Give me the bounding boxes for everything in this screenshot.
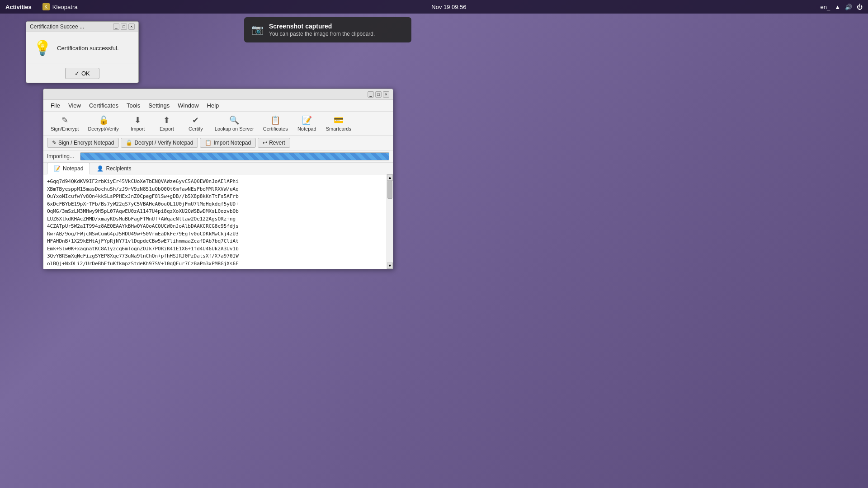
screenshot-notification: 📷 Screenshot captured You can paste the …: [244, 17, 411, 42]
app-icon: K: [42, 3, 50, 10]
kleo-menubar: File View Certificates Tools Settings Wi…: [43, 100, 393, 112]
lookup-icon: 🔍: [229, 115, 239, 125]
kleo-tabs: 📝 Notepad 👤 Recipients: [43, 163, 393, 174]
kleo-close-btn[interactable]: ×: [383, 91, 389, 98]
toolbar-sign-encrypt-label: Sign/Encrypt: [51, 126, 79, 131]
progress-bar: [80, 152, 389, 160]
toolbar-smartcards[interactable]: 💳 Smartcards: [322, 113, 355, 133]
app-name: Kleopatra: [52, 4, 78, 10]
sign-encrypt-notepad-icon: ✎: [52, 140, 57, 146]
kleo-maximize-btn[interactable]: □: [375, 91, 382, 98]
sign-encrypt-icon: ✎: [61, 115, 68, 125]
kleo-scrollbar[interactable]: ▲ ▼: [387, 174, 393, 269]
toolbar-smartcards-label: Smartcards: [326, 126, 351, 131]
toolbar-certificates[interactable]: 📋 Certificates: [259, 113, 292, 133]
cert-dialog-titlebar: Certification Succee ... _ □ ×: [26, 22, 138, 32]
kleo-content: +Gqq7d94QKdKV9IF2rbKiyEr45VkCUoXeTbENQVA…: [43, 174, 393, 269]
recipients-tab-icon: 👤: [97, 165, 104, 172]
decrypt-verify-notepad-btn[interactable]: 🔓 Decrypt / Verify Notepad: [121, 138, 198, 148]
toolbar-certify-label: Certify: [189, 126, 203, 131]
cert-dialog-ok-button[interactable]: ✓ OK: [65, 68, 99, 79]
tab-notepad[interactable]: 📝 Notepad: [47, 163, 90, 174]
cert-dialog-message: Certification successful.: [57, 45, 119, 52]
menu-window[interactable]: Window: [174, 101, 202, 110]
cert-dialog-close-btn[interactable]: ×: [128, 23, 135, 30]
toolbar-notepad-label: Notepad: [297, 126, 316, 131]
toolbar-lookup-server[interactable]: 🔍 Lookup on Server: [211, 113, 258, 133]
scrollbar-track: [387, 181, 393, 263]
cert-dialog-footer: ✓ OK: [26, 64, 138, 83]
menu-help[interactable]: Help: [203, 101, 223, 110]
cert-dialog-title: Certification Succee ...: [30, 23, 111, 30]
top-bar: Activities K Kleopatra Nov 19 09:56 en_ …: [0, 0, 868, 14]
toolbar-notepad[interactable]: 📝 Notepad: [293, 113, 321, 133]
certify-icon: ✔: [192, 115, 199, 125]
system-tray: en_ ▲ 🔊 ⏻: [815, 4, 868, 10]
screenshot-notify-text: Screenshot captured You can paste the im…: [269, 23, 404, 37]
import-notepad-label: Import Notepad: [213, 140, 251, 146]
notepad-tab-label: Notepad: [63, 165, 83, 172]
menu-certificates[interactable]: Certificates: [85, 101, 122, 110]
sign-encrypt-notepad-btn[interactable]: ✎ Sign / Encrypt Notepad: [47, 138, 119, 148]
volume-icon: 🔊: [845, 4, 852, 10]
power-icon: ⏻: [857, 4, 863, 10]
recipients-tab-label: Recipients: [106, 165, 131, 172]
cert-dialog-body: 💡 Certification successful.: [26, 32, 138, 64]
toolbar-sign-encrypt[interactable]: ✎ Sign/Encrypt: [47, 113, 82, 133]
kleo-minimize-btn[interactable]: _: [368, 91, 374, 98]
screenshot-notify-subtitle: You can paste the image from the clipboa…: [269, 31, 404, 37]
import-notepad-btn[interactable]: 📋 Import Notepad: [200, 138, 256, 148]
toolbar-certify[interactable]: ✔ Certify: [182, 113, 209, 133]
kleo-notepad-bar: ✎ Sign / Encrypt Notepad 🔓 Decrypt / Ver…: [43, 136, 393, 150]
revert-icon: ↩: [263, 140, 267, 146]
network-icon: ▲: [835, 4, 840, 10]
activities-label[interactable]: Activities: [0, 0, 37, 14]
decrypt-verify-notepad-icon: 🔓: [126, 140, 132, 146]
kleo-toolbar: ✎ Sign/Encrypt 🔓 Decrypt/Verify ⬇ Import…: [43, 112, 393, 136]
tab-recipients[interactable]: 👤 Recipients: [90, 163, 138, 174]
decrypt-verify-icon: 🔓: [99, 115, 108, 125]
kleopatra-window: _ □ × File View Certificates Tools Setti…: [43, 89, 393, 269]
import-icon: ⬇: [134, 115, 141, 125]
menu-view[interactable]: View: [65, 101, 85, 110]
revert-btn[interactable]: ↩ Revert: [258, 138, 290, 148]
smartcards-icon: 💳: [334, 115, 344, 125]
import-notepad-icon: 📋: [205, 140, 212, 146]
scrollbar-thumb[interactable]: [387, 181, 392, 199]
progress-row: Importing...: [43, 150, 393, 163]
toolbar-certificates-label: Certificates: [263, 126, 288, 131]
toolbar-import[interactable]: ⬇ Import: [124, 113, 151, 133]
menu-tools[interactable]: Tools: [123, 101, 144, 110]
locale-indicator: en_: [820, 4, 830, 10]
revert-label: Revert: [269, 140, 285, 146]
toolbar-export[interactable]: ⬆ Export: [153, 113, 180, 133]
notepad-icon: 📝: [302, 115, 312, 125]
menu-file[interactable]: File: [47, 101, 64, 110]
certificates-icon: 📋: [270, 115, 280, 125]
menu-settings[interactable]: Settings: [145, 101, 173, 110]
cert-dialog-icon: 💡: [33, 39, 52, 56]
notepad-tab-icon: 📝: [54, 165, 61, 172]
kleo-text-content[interactable]: +Gqq7d94QKdKV9IF2rbKiyEr45VkCUoXeTbENQVA…: [43, 174, 387, 269]
toolbar-export-label: Export: [160, 126, 174, 131]
scrollbar-down-btn[interactable]: ▼: [387, 263, 393, 269]
toolbar-lookup-label: Lookup on Server: [215, 126, 254, 131]
screenshot-icon: 📷: [251, 24, 264, 36]
screenshot-notify-title: Screenshot captured: [269, 23, 404, 30]
datetime-label: Nov 19 09:56: [83, 4, 815, 10]
progress-bar-fill: [80, 153, 389, 160]
cert-success-dialog: Certification Succee ... _ □ × 💡 Certifi…: [26, 21, 139, 83]
decrypt-verify-notepad-label: Decrypt / Verify Notepad: [134, 140, 193, 146]
toolbar-decrypt-verify[interactable]: 🔓 Decrypt/Verify: [84, 113, 122, 133]
cert-dialog-controls: _ □ ×: [113, 23, 135, 30]
toolbar-decrypt-verify-label: Decrypt/Verify: [88, 126, 118, 131]
progress-label: Importing...: [47, 153, 76, 160]
scrollbar-up-btn[interactable]: ▲: [387, 174, 393, 181]
kleo-titlebar: _ □ ×: [43, 89, 393, 100]
sign-encrypt-notepad-label: Sign / Encrypt Notepad: [58, 140, 114, 146]
export-icon: ⬆: [163, 115, 170, 125]
cert-dialog-maximize-btn[interactable]: □: [121, 23, 127, 30]
kleo-window-controls: _ □ ×: [368, 91, 389, 98]
toolbar-import-label: Import: [131, 126, 145, 131]
cert-dialog-minimize-btn[interactable]: _: [113, 23, 119, 30]
